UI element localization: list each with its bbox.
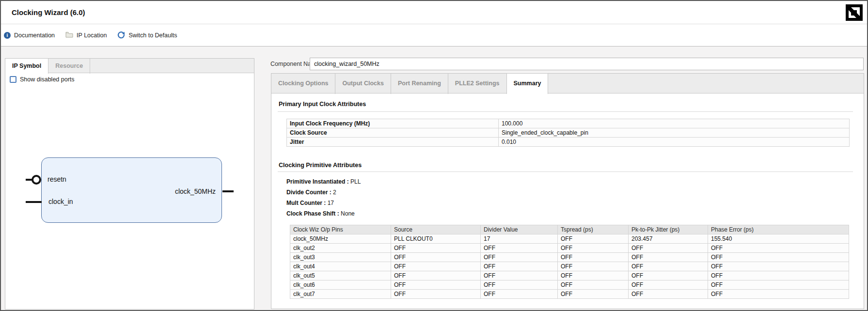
- tab-clocking-options[interactable]: Clocking Options: [271, 74, 335, 94]
- attribute-clock-phase-shift: Clock Phase Shift : None: [286, 210, 355, 219]
- table-cell: OFF: [558, 244, 629, 253]
- table-cell: OFF: [558, 290, 629, 299]
- refresh-icon: [117, 31, 125, 40]
- column-header: Tspread (ps): [558, 225, 629, 234]
- table-cell: OFF: [629, 262, 708, 271]
- amd-logo-icon: [846, 4, 863, 21]
- folder-icon: [65, 31, 73, 39]
- table-cell: OFF: [391, 253, 481, 262]
- table-cell: OFF: [481, 244, 558, 253]
- table-cell: OFF: [708, 271, 849, 280]
- table-row: clk_out7OFFOFFOFFOFFOFF: [290, 290, 849, 299]
- left-tab-strip: IP Symbol Resource: [5, 59, 254, 73]
- table-cell: PLL CLKOUT0: [391, 234, 481, 244]
- table-cell: 100.000: [499, 119, 850, 128]
- documentation-label: Documentation: [14, 32, 55, 39]
- tab-output-clocks[interactable]: Output Clocks: [335, 74, 391, 94]
- column-header: Source: [391, 225, 481, 234]
- table-cell: OFF: [558, 234, 629, 244]
- heading-rule: [278, 171, 853, 172]
- port-label-clock-in: clock_in: [48, 198, 73, 205]
- attribute-divide-counter: Divide Counter : 2: [286, 189, 336, 198]
- table-row: clk_out3OFFOFFOFFOFFOFF: [290, 253, 849, 262]
- table-cell: OFF: [481, 262, 558, 271]
- table-cell: clk_out7: [290, 290, 391, 299]
- table-cell: OFF: [481, 280, 558, 290]
- table-cell: 203.457: [629, 234, 708, 244]
- table-cell: clock_50MHz: [290, 234, 391, 244]
- resetn-active-low-bubble-icon: [32, 175, 41, 185]
- table-cell: Clock Source: [287, 128, 499, 138]
- primary-input-clock-table: Input Clock Frequency (MHz)100.000Clock …: [286, 119, 850, 147]
- ip-location-button[interactable]: IP Location: [65, 31, 107, 39]
- table-cell: OFF: [481, 290, 558, 299]
- toolbar: i Documentation IP Location Switch to De…: [1, 25, 867, 47]
- table-cell: clk_out3: [290, 253, 391, 262]
- table-cell: OFF: [708, 280, 849, 290]
- table-cell: clk_out6: [290, 280, 391, 290]
- table-row: Input Clock Frequency (MHz)100.000: [287, 119, 850, 128]
- table-cell: OFF: [629, 253, 708, 262]
- heading-rule: [278, 111, 853, 112]
- table-row: clk_out6OFFOFFOFFOFFOFF: [290, 280, 849, 290]
- content-area: IP Symbol Resource Show disabled ports r…: [1, 47, 867, 310]
- clocking-wizard-window: Clocking Wizard (6.0) i Documentation IP…: [0, 0, 868, 311]
- show-disabled-ports-row: Show disabled ports: [10, 76, 75, 83]
- table-cell: OFF: [391, 244, 481, 253]
- tab-summary[interactable]: Summary: [507, 74, 549, 94]
- table-cell: OFF: [481, 271, 558, 280]
- table-row: Clock SourceSingle_ended_clock_capable_p…: [287, 128, 850, 138]
- tab-plle2-settings[interactable]: PLLE2 Settings: [448, 74, 507, 94]
- table-cell: OFF: [558, 253, 629, 262]
- table-cell: OFF: [708, 244, 849, 253]
- table-row: clk_out2OFFOFFOFFOFFOFF: [290, 244, 849, 253]
- table-row: clock_50MHzPLL CLKOUT017OFF203.457155.54…: [290, 234, 849, 244]
- table-cell: OFF: [481, 253, 558, 262]
- settings-panel: Clocking Options Output Clocks Port Rena…: [271, 73, 864, 309]
- attribute-primitive-instantiated: Primitive Instantiated : PLL: [286, 178, 361, 187]
- table-row: clk_out4OFFOFFOFFOFFOFF: [290, 262, 849, 271]
- clocking-primitive-attributes-heading: Clocking Primitive Attributes: [279, 162, 362, 169]
- column-header: Phase Error (ps): [708, 225, 849, 234]
- tab-resource[interactable]: Resource: [48, 59, 90, 74]
- table-cell: Input Clock Frequency (MHz): [287, 119, 499, 128]
- ip-location-label: IP Location: [77, 32, 107, 39]
- table-cell: clk_out4: [290, 262, 391, 271]
- switch-to-defaults-button[interactable]: Switch to Defaults: [117, 31, 177, 40]
- clock-in-port-stub: [26, 201, 42, 203]
- table-cell: Single_ended_clock_capable_pin: [499, 128, 850, 138]
- port-label-resetn: resetn: [47, 175, 66, 183]
- clock-50mhz-port-stub: [222, 190, 234, 192]
- table-row: clk_out5OFFOFFOFFOFFOFF: [290, 271, 849, 280]
- column-header: Pk-to-Pk Jitter (ps): [629, 225, 708, 234]
- documentation-button[interactable]: i Documentation: [4, 32, 55, 39]
- table-cell: OFF: [708, 262, 849, 271]
- table-cell: OFF: [558, 271, 629, 280]
- primary-input-clock-attributes-heading: Primary Input Clock Attributes: [279, 101, 366, 108]
- table-cell: OFF: [629, 271, 708, 280]
- tab-ip-symbol[interactable]: IP Symbol: [5, 59, 48, 74]
- table-row: Jitter0.010: [287, 138, 850, 147]
- ip-symbol-panel: IP Symbol Resource Show disabled ports r…: [5, 58, 254, 310]
- component-name-input[interactable]: [310, 58, 864, 70]
- column-header: Divider Value: [481, 225, 558, 234]
- table-cell: Jitter: [287, 138, 499, 147]
- table-cell: OFF: [629, 280, 708, 290]
- show-disabled-ports-checkbox[interactable]: [10, 76, 16, 83]
- table-cell: OFF: [558, 280, 629, 290]
- switch-to-defaults-label: Switch to Defaults: [128, 32, 177, 39]
- column-header: Clock Wiz O/p Pins: [290, 225, 391, 234]
- settings-tab-strip: Clocking Options Output Clocks Port Rena…: [271, 74, 864, 93]
- table-header-row: Clock Wiz O/p PinsSourceDivider ValueTsp…: [290, 225, 849, 234]
- table-cell: OFF: [629, 244, 708, 253]
- table-cell: OFF: [391, 290, 481, 299]
- page-title: Clocking Wizard (6.0): [12, 1, 85, 24]
- show-disabled-ports-label: Show disabled ports: [20, 76, 75, 83]
- table-cell: OFF: [708, 290, 849, 299]
- table-cell: OFF: [708, 253, 849, 262]
- tab-port-renaming[interactable]: Port Renaming: [391, 74, 448, 94]
- table-cell: clk_out2: [290, 244, 391, 253]
- table-cell: OFF: [391, 280, 481, 290]
- table-cell: clk_out5: [290, 271, 391, 280]
- title-bar: Clocking Wizard (6.0): [1, 1, 867, 24]
